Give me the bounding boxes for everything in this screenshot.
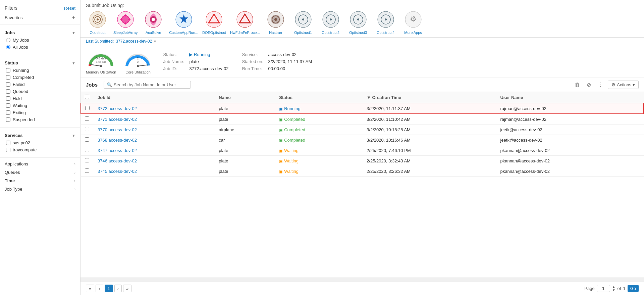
first-page-button[interactable]: « — [86, 285, 94, 292]
service-checkbox-troycompute[interactable] — [6, 148, 10, 152]
row-job-id[interactable]: 3771.access-dev-02 — [94, 114, 215, 125]
time-expand[interactable]: Time › — [0, 177, 80, 185]
job-id-link[interactable]: 3772.access-dev-02 — [98, 106, 137, 111]
status-label-queued[interactable]: Queued — [13, 89, 28, 94]
status-label-running[interactable]: Running — [13, 68, 29, 73]
header-name[interactable]: Name — [215, 92, 275, 103]
header-status[interactable]: Status — [275, 92, 363, 103]
header-creation-time[interactable]: ▼ Creation Time — [363, 92, 496, 103]
my-jobs-radio[interactable] — [6, 38, 10, 42]
service-item-troycompute[interactable]: troycompute — [5, 146, 75, 153]
services-section-title[interactable]: Services ▼ — [5, 132, 75, 139]
status-item-failed[interactable]: Failed — [5, 81, 75, 88]
table-row[interactable]: 3770.access-dev-02airplane▣Completed3/2/… — [81, 125, 644, 135]
page-1-button[interactable]: 1 — [105, 285, 113, 292]
row-checkbox[interactable] — [85, 106, 90, 110]
applications-expand[interactable]: Applications › — [0, 160, 80, 168]
row-checkbox[interactable] — [85, 148, 89, 152]
reset-button[interactable]: Reset — [64, 6, 75, 11]
table-row[interactable]: 3772.access-dev-02plate▣Running3/2/2020,… — [81, 103, 644, 114]
row-checkbox[interactable] — [85, 158, 89, 162]
app-icon-optistruct3[interactable]: Optistruct3 — [346, 11, 370, 35]
status-label-completed[interactable]: Completed — [13, 75, 34, 80]
row-job-id[interactable]: 3747.access-dev-02 — [94, 145, 215, 156]
row-checkbox[interactable] — [85, 127, 89, 131]
jobs-section-title[interactable]: Jobs ▼ — [5, 29, 75, 37]
service-checkbox-sys-pc02[interactable] — [6, 141, 10, 145]
actions-button[interactable]: ⚙ Actions ▾ — [608, 81, 639, 89]
row-checkbox[interactable] — [85, 168, 89, 173]
status-checkbox-suspended[interactable] — [6, 117, 10, 122]
job-id-link[interactable]: 3745.access-dev-02 — [98, 169, 137, 174]
delete-button[interactable]: 🗑 — [573, 81, 582, 89]
status-checkbox-running[interactable] — [6, 68, 10, 72]
job-id-link[interactable]: 3747.access-dev-02 — [98, 148, 137, 153]
table-row[interactable]: 3768.access-dev-02car▣Completed3/2/2020,… — [81, 135, 644, 145]
job-type-expand[interactable]: Job Type › — [0, 185, 80, 193]
table-row[interactable]: 3745.access-dev-02plate▣Waiting2/25/2020… — [81, 166, 644, 177]
app-icon-customapprun...[interactable]: CustomAppRun... — [169, 11, 198, 35]
horizontal-scrollbar[interactable] — [80, 278, 644, 282]
prev-page-button[interactable]: ‹ — [96, 285, 103, 292]
job-id-link[interactable]: 3770.access-dev-02 — [98, 127, 137, 132]
status-label-suspended[interactable]: Suspended — [13, 117, 35, 122]
service-label-sys-pc02[interactable]: sys-pc02 — [13, 140, 30, 145]
status-item-suspended[interactable]: Suspended — [5, 116, 75, 123]
status-section-title[interactable]: Status ▼ — [5, 59, 75, 67]
service-label-troycompute[interactable]: troycompute — [13, 147, 37, 152]
job-id-link[interactable]: 3771.access-dev-02 — [98, 117, 137, 122]
status-label-exiting[interactable]: Exiting — [13, 110, 26, 115]
table-row[interactable]: 3746.access-dev-02plate▣Waiting2/25/2020… — [81, 156, 644, 166]
add-favorite-button[interactable]: + — [72, 14, 75, 21]
status-item-queued[interactable]: Queued — [5, 88, 75, 95]
status-label-waiting[interactable]: Waiting — [13, 103, 27, 108]
more-button[interactable]: ⋮ — [596, 81, 605, 89]
page-input[interactable] — [597, 285, 610, 292]
all-jobs-item[interactable]: All Jobs — [5, 44, 75, 51]
status-item-completed[interactable]: Completed — [5, 74, 75, 81]
header-job-id[interactable]: Job Id — [94, 92, 215, 103]
service-item-sys-pc02[interactable]: sys-pc02 — [5, 139, 75, 146]
my-jobs-item[interactable]: My Jobs — [5, 37, 75, 44]
table-row[interactable]: 3747.access-dev-02plate▣Waiting2/25/2020… — [81, 145, 644, 156]
header-user-name[interactable]: User Name — [496, 92, 644, 103]
app-icon-optistruct[interactable]: Optistruct — [86, 11, 109, 35]
app-icon-sleepjobarray[interactable]: SleepJobArray — [113, 11, 138, 35]
status-item-waiting[interactable]: Waiting — [5, 102, 75, 109]
status-label-failed[interactable]: Failed — [13, 82, 24, 87]
status-checkbox-hold[interactable] — [6, 96, 10, 101]
all-jobs-label[interactable]: All Jobs — [13, 45, 28, 50]
status-item-running[interactable]: Running — [5, 67, 75, 74]
app-icon-nastran[interactable]: Nastran — [264, 11, 287, 35]
row-job-id[interactable]: 3745.access-dev-02 — [94, 166, 215, 177]
job-id-link[interactable]: 3768.access-dev-02 — [98, 138, 137, 143]
app-icon-acusolve[interactable]: AcuSolve — [142, 11, 165, 35]
select-all-checkbox[interactable] — [85, 95, 89, 99]
row-job-id[interactable]: 3770.access-dev-02 — [94, 125, 215, 135]
search-box[interactable]: 🔍 — [104, 81, 191, 89]
job-id-link[interactable]: 3746.access-dev-02 — [98, 158, 137, 163]
status-checkbox-failed[interactable] — [6, 82, 10, 87]
cancel-button[interactable]: ⊘ — [585, 81, 593, 89]
app-icon-hwfdmfeproce...[interactable]: HwFdmFeProce... — [230, 11, 260, 35]
row-job-id[interactable]: 3772.access-dev-02 — [94, 103, 215, 114]
search-input[interactable] — [114, 82, 188, 87]
status-item-exiting[interactable]: Exiting — [5, 109, 75, 116]
status-checkbox-completed[interactable] — [6, 75, 10, 80]
row-job-id[interactable]: 3768.access-dev-02 — [94, 135, 215, 145]
go-button[interactable]: Go — [628, 285, 639, 292]
row-checkbox[interactable] — [85, 137, 89, 142]
row-job-id[interactable]: 3746.access-dev-02 — [94, 156, 215, 166]
status-checkbox-waiting[interactable] — [6, 103, 10, 108]
app-icon-optistruct1[interactable]: Optistruct1 — [291, 11, 315, 35]
status-item-hold[interactable]: Hold — [5, 95, 75, 102]
row-checkbox[interactable] — [85, 116, 89, 121]
next-page-button[interactable]: › — [114, 285, 122, 292]
my-jobs-label[interactable]: My Jobs — [13, 38, 29, 43]
up-icon[interactable]: ▲▼ — [612, 285, 615, 292]
status-checkbox-queued[interactable] — [6, 89, 10, 94]
table-row[interactable]: 3771.access-dev-02plate▣Completed3/2/202… — [81, 114, 644, 125]
last-page-button[interactable]: » — [123, 285, 131, 292]
all-jobs-radio[interactable] — [6, 45, 10, 49]
status-checkbox-exiting[interactable] — [6, 110, 10, 115]
